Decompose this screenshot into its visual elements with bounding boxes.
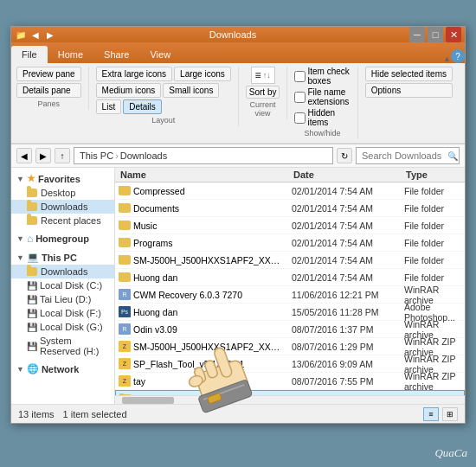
zip-icon: Z [119,375,131,387]
sidebar-item-g[interactable]: 💾 Local Disk (G:) [11,320,114,334]
details-view-btn[interactable]: ≡ [423,407,439,421]
homegroup-section: ▼ ⌂ Homegroup [11,231,114,246]
breadcrumb-thispc[interactable]: This PC [80,150,113,161]
tab-home[interactable]: Home [48,46,93,63]
list-btn[interactable]: List [96,99,122,114]
folder-icon [119,272,131,282]
small-icons-btn[interactable]: Small icons [163,83,219,98]
help-button[interactable]: ? [451,49,465,63]
disk-c-icon: 💾 [27,281,37,291]
sidebar-f-label: Local Disk (F:) [40,308,101,318]
network-header[interactable]: ▼ 🌐 Network [11,361,114,376]
table-row[interactable]: Ztay 08/07/2016 7:55 PM WinRAR ZIP archi… [115,373,465,390]
view-buttons: ≡ ⊞ [423,407,458,421]
homegroup-arrow: ▼ [16,234,24,243]
file-type-cell: WinRAR ZIP archive [401,371,465,392]
item-check-boxes-cb[interactable] [294,71,306,82]
forward-button[interactable]: ▶ [35,148,51,163]
close-button[interactable]: ✕ [446,27,461,42]
hidden-items-cb[interactable] [294,112,306,124]
network-label: Network [42,364,79,374]
preview-pane-btn[interactable]: Preview pane [16,67,81,81]
col-name-header[interactable]: Name [115,170,288,180]
address-path[interactable]: This PC › Downloads [74,147,333,164]
sidebar-desktop-label: Desktop [41,188,75,198]
tab-view[interactable]: View [139,46,181,63]
file-name-cell: SM-J500H_J500HXXS1APF2_XXV_HiepGia_Samsu… [115,255,288,265]
qa-folder-icon[interactable]: 📁 [15,29,27,41]
horizontal-scrollbar[interactable] [115,395,465,404]
desktop-icon [27,189,37,197]
hide-selected-btn[interactable]: Hide selected items [365,67,453,81]
extra-large-icons-btn[interactable]: Extra large icons [96,67,172,81]
tab-share[interactable]: Share [93,46,139,63]
folder-icon [119,394,132,396]
col-date-header[interactable]: Date [288,170,401,180]
file-type-cell: File folder [401,203,465,214]
sidebar-item-f[interactable]: 💾 Local Disk (F:) [11,306,114,320]
up-button[interactable]: ↑ [55,148,70,163]
breadcrumb-downloads[interactable]: Downloads [120,150,167,161]
sidebar-c-label: Local Disk (C:) [40,280,102,291]
search-input[interactable] [356,147,460,164]
file-name-cell: Huong dan [115,272,288,283]
favorites-header[interactable]: ▼ ★ Favorites [11,171,114,186]
file-name-ext-label[interactable]: File name extensions [294,87,350,106]
homegroup-header[interactable]: ▼ ⌂ Homegroup [11,231,114,246]
folder-icon [119,203,131,213]
scrollbar-thumb[interactable] [122,397,174,404]
file-date-cell: 02/01/2014 7:54 AM [288,238,401,248]
current-view-group: ≡ ↑↓ Sort by Current view [246,67,288,119]
col-type-header[interactable]: Type [401,170,465,180]
sidebar-item-downloads[interactable]: Downloads [11,200,114,214]
recent-icon [27,216,37,225]
details-pane-btn[interactable]: Details pane [16,83,81,98]
file-name-cell: Music [115,221,288,231]
sort-section: ≡ ↑↓ Sort by [246,67,280,99]
table-row[interactable]: Compressed 02/01/2014 7:54 AM File folde… [115,182,465,200]
maximize-button[interactable]: □ [428,27,443,42]
minimize-button[interactable]: ─ [409,27,425,42]
sidebar-d-label: Tai Lieu (D:) [40,294,91,304]
table-row[interactable]: Programs 02/01/2014 7:54 AM File folder [115,234,465,252]
large-icons-btn[interactable]: Large icons [174,67,231,81]
search-icon[interactable]: 🔍 [447,151,458,161]
item-check-boxes-label[interactable]: Item check boxes [294,67,350,86]
details-btn[interactable]: Details [123,99,162,114]
rar-icon: R [119,289,131,300]
table-row[interactable]: Music 02/01/2014 7:54 AM File folder [115,217,465,234]
file-name-cell: PsHuong dan [115,306,288,317]
file-name-ext-cb[interactable] [294,92,306,103]
ribbon-expand-btn[interactable]: ▲ [443,54,451,63]
file-date-cell: 02/01/2014 7:54 AM [288,255,401,265]
large-view-btn[interactable]: ⊞ [442,407,458,421]
sidebar-item-thispc-downloads[interactable]: Downloads [11,265,114,278]
disk-d-icon: 💾 [27,295,37,304]
refresh-button[interactable]: ↻ [337,148,352,163]
table-row[interactable]: SM-J500H_J500HXXS1APF2_XXV_HiepGia_Samsu… [115,252,465,269]
file-name-cell: ROdin v3.09 [115,323,288,335]
hidden-items-label[interactable]: Hidden items [294,108,350,127]
table-row[interactable]: Documents 02/01/2014 7:54 AM File folder [115,200,465,217]
options-group: Hide selected items Options [365,67,460,101]
sidebar-item-d[interactable]: 💾 Tai Lieu (D:) [11,292,114,306]
sidebar-item-recent[interactable]: Recent places [11,214,114,227]
qa-forward-btn[interactable]: ▶ [44,29,56,41]
sidebar-item-desktop[interactable]: Desktop [11,186,114,200]
network-icon: 🌐 [27,363,39,374]
network-arrow: ▼ [16,365,24,374]
medium-icons-btn[interactable]: Medium icons [96,83,162,98]
qa-back-btn[interactable]: ◀ [29,29,42,41]
file-date-cell: 02/01/2014 7:54 AM [288,186,401,196]
file-list: Compressed 02/01/2014 7:54 AM File folde… [115,182,465,395]
sort-by-btn[interactable]: Sort by [246,86,280,99]
folder-icon [119,186,131,195]
back-button[interactable]: ◀ [16,148,32,163]
tab-file[interactable]: File [11,46,48,63]
sidebar-item-c[interactable]: 💾 Local Disk (C:) [11,278,114,292]
sort-widget: ≡ ↑↓ [251,67,275,84]
thispc-header[interactable]: ▼ 💻 This PC [11,250,114,265]
disk-f-icon: 💾 [27,309,37,318]
sidebar-item-h[interactable]: 💾 System Reserved (H:) [11,334,114,358]
options-btn[interactable]: Options [365,83,453,98]
